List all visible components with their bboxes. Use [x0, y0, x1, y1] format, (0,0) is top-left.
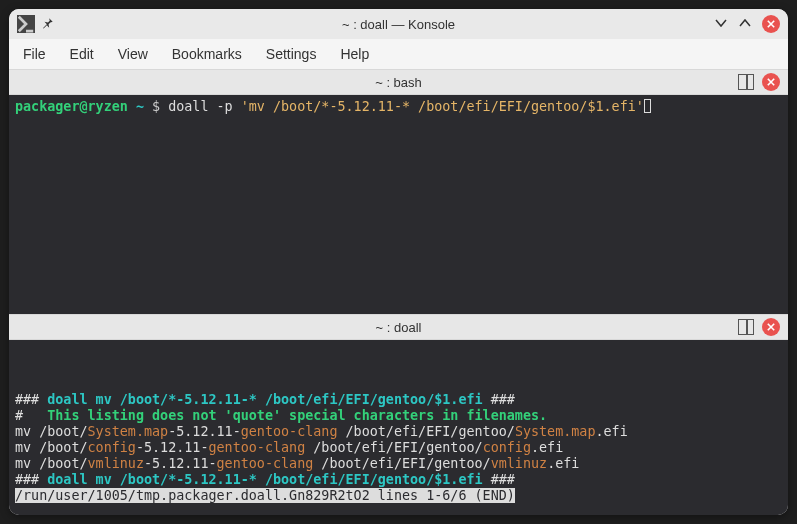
pane-title-top-label: ~ : bash: [375, 75, 422, 90]
output-line: mv /boot/config-5.12.11-gentoo-clang /bo…: [15, 440, 563, 455]
hint: # This listing does not 'quote' special …: [15, 408, 547, 423]
konsole-window: ~ : doall — Konsole File Edit View Bookm…: [9, 9, 788, 515]
pane-close-button[interactable]: [762, 318, 780, 336]
prompt-sign: $: [152, 99, 160, 114]
pane-title-bottom-label: ~ : doall: [376, 320, 422, 335]
terminal-bottom[interactable]: ### doall mv /boot/*-5.12.11-* /boot/efi…: [9, 340, 788, 515]
pane-title-bottom: ~ : doall: [9, 314, 788, 340]
menu-view[interactable]: View: [118, 46, 148, 62]
menu-edit[interactable]: Edit: [70, 46, 94, 62]
terminal-top[interactable]: packager@ryzen ~ $ doall -p 'mv /boot/*-…: [9, 95, 788, 314]
menu-file[interactable]: File: [23, 46, 46, 62]
titlebar[interactable]: ~ : doall — Konsole: [9, 9, 788, 39]
output-line: mv /boot/vmlinuz-5.12.11-gentoo-clang /b…: [15, 456, 579, 471]
split-icon[interactable]: [738, 319, 754, 335]
output-line: mv /boot/System.map-5.12.11-gentoo-clang…: [15, 424, 628, 439]
prompt-user: packager@ryzen: [15, 99, 128, 114]
pane-title-top: ~ : bash: [9, 69, 788, 95]
blank-line: [15, 376, 23, 391]
cmd-part1: doall -p: [168, 99, 241, 114]
cmd-arg: 'mv /boot/*-5.12.11-* /boot/efi/EFI/gent…: [241, 99, 644, 114]
pane-close-button[interactable]: [762, 73, 780, 91]
blank-line: [15, 360, 23, 375]
menu-bookmarks[interactable]: Bookmarks: [172, 46, 242, 62]
ftr: ### doall mv /boot/*-5.12.11-* /boot/efi…: [15, 472, 515, 487]
window-title: ~ : doall — Konsole: [9, 17, 788, 32]
menu-settings[interactable]: Settings: [266, 46, 317, 62]
menu-help[interactable]: Help: [340, 46, 369, 62]
hdr: ### doall mv /boot/*-5.12.11-* /boot/efi…: [15, 392, 515, 407]
pager-status: /run/user/1005/tmp.packager.doall.Gn829R…: [15, 488, 515, 503]
cursor-icon: [644, 99, 651, 113]
split-icon[interactable]: [738, 74, 754, 90]
prompt-path: ~: [136, 99, 144, 114]
menubar: File Edit View Bookmarks Settings Help: [9, 39, 788, 69]
